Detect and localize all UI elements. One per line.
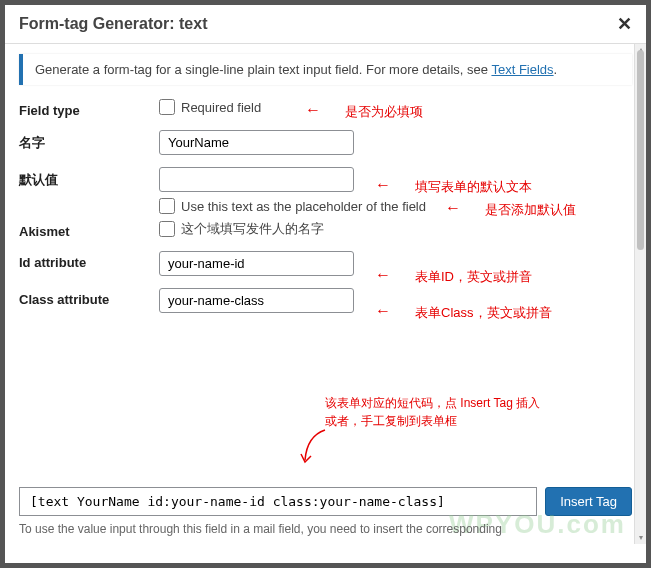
cutoff-text: To use the value input through this fiel…: [19, 522, 632, 536]
tag-output[interactable]: [19, 487, 537, 516]
required-label: Required field: [181, 100, 261, 115]
annotation-placeholder: 是否添加默认值: [485, 201, 576, 219]
arrow-icon: ←: [305, 101, 321, 119]
curved-arrow-icon: [297, 426, 327, 466]
id-input[interactable]: [159, 251, 354, 276]
dialog-content: Generate a form-tag for a single-line pl…: [5, 44, 646, 544]
label-akismet: Akismet: [19, 220, 159, 239]
akismet-checkbox[interactable]: [159, 221, 175, 237]
insert-tag-button[interactable]: Insert Tag: [545, 487, 632, 516]
dialog-titlebar: Form-tag Generator: text ✕: [5, 5, 646, 44]
label-class: Class attribute: [19, 288, 159, 307]
dialog-title: Form-tag Generator: text: [19, 15, 207, 33]
annotation-class: 表单Class，英文或拼音: [415, 304, 552, 322]
annotation-shortcode: 该表单对应的短代码，点 Insert Tag 插入 或者，手工复制到表单框: [325, 394, 540, 430]
scroll-down-icon[interactable]: ▾: [635, 532, 646, 544]
default-input[interactable]: [159, 167, 354, 192]
placeholder-checkbox[interactable]: [159, 198, 175, 214]
annotation-default: 填写表单的默认文本: [415, 178, 532, 196]
required-checkbox[interactable]: [159, 99, 175, 115]
info-notice: Generate a form-tag for a single-line pl…: [19, 54, 632, 85]
arrow-icon: ←: [375, 266, 391, 284]
arrow-icon: ←: [375, 176, 391, 194]
scrollbar-thumb[interactable]: [637, 50, 644, 250]
label-id: Id attribute: [19, 251, 159, 270]
akismet-label: 这个域填写发件人的名字: [181, 220, 324, 238]
label-field-type: Field type: [19, 99, 159, 118]
arrow-icon: ←: [375, 302, 391, 320]
annotation-required: 是否为必填项: [345, 103, 423, 121]
placeholder-label: Use this text as the placeholder of the …: [181, 199, 426, 214]
label-name: 名字: [19, 130, 159, 152]
class-input[interactable]: [159, 288, 354, 313]
notice-link[interactable]: Text Fields: [491, 62, 553, 77]
annotation-shortcode-line1: 该表单对应的短代码，点 Insert Tag 插入: [325, 394, 540, 412]
annotation-id: 表单ID，英文或拼音: [415, 268, 532, 286]
name-input[interactable]: [159, 130, 354, 155]
notice-suffix: .: [554, 62, 558, 77]
label-default: 默认值: [19, 167, 159, 189]
scrollbar[interactable]: ▴ ▾: [634, 44, 646, 544]
close-icon[interactable]: ✕: [617, 13, 632, 35]
arrow-icon: ←: [445, 199, 461, 217]
annotation-shortcode-line2: 或者，手工复制到表单框: [325, 412, 540, 430]
notice-text: Generate a form-tag for a single-line pl…: [35, 62, 491, 77]
